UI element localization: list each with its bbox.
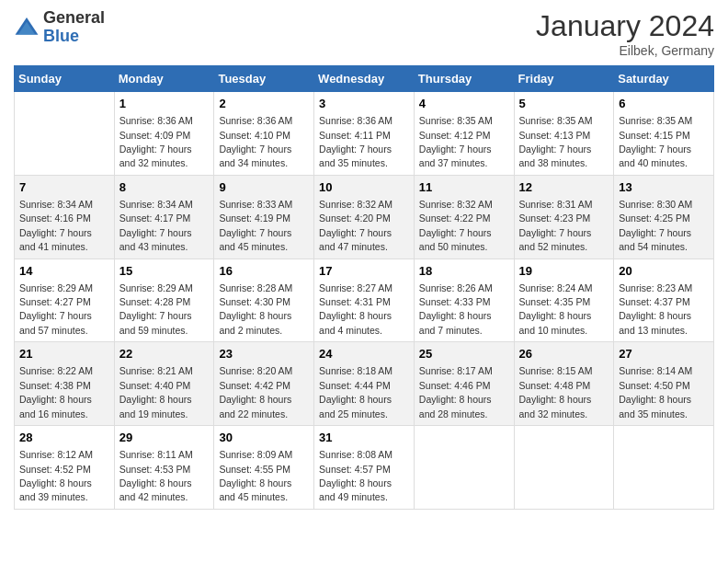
- week-row-4: 21 Sunrise: 8:22 AM Sunset: 4:38 PM Dayl…: [15, 342, 714, 426]
- day-cell: [514, 426, 614, 510]
- day-number: 16: [219, 263, 309, 280]
- sunrise: Sunrise: 8:28 AM: [219, 282, 292, 293]
- sunset: Sunset: 4:55 PM: [219, 464, 290, 475]
- sunrise: Sunrise: 8:36 AM: [219, 115, 292, 126]
- daylight: Daylight: 7 hours and 47 minutes.: [319, 227, 392, 252]
- day-cell: 25 Sunrise: 8:17 AM Sunset: 4:46 PM Dayl…: [414, 342, 514, 426]
- sunrise: Sunrise: 8:11 AM: [119, 449, 193, 460]
- day-cell: 3 Sunrise: 8:36 AM Sunset: 4:11 PM Dayli…: [314, 92, 415, 176]
- sunrise: Sunrise: 8:34 AM: [19, 199, 93, 210]
- daylight: Daylight: 8 hours and 42 minutes.: [119, 477, 192, 502]
- daylight: Daylight: 8 hours and 45 minutes.: [219, 477, 291, 502]
- sunset: Sunset: 4:23 PM: [519, 213, 591, 224]
- sunrise: Sunrise: 8:27 AM: [319, 282, 392, 293]
- sunrise: Sunrise: 8:12 AM: [19, 449, 93, 460]
- day-number: 2: [219, 96, 309, 112]
- sunrise: Sunrise: 8:32 AM: [319, 199, 392, 210]
- sunset: Sunset: 4:53 PM: [119, 464, 191, 475]
- daylight: Daylight: 7 hours and 34 minutes.: [219, 144, 291, 168]
- day-cell: 13 Sunrise: 8:30 AM Sunset: 4:25 PM Dayl…: [614, 175, 714, 259]
- day-cell: 9 Sunrise: 8:33 AM Sunset: 4:19 PM Dayli…: [214, 175, 314, 259]
- day-number: 22: [119, 346, 210, 362]
- logo-blue: Blue: [43, 27, 79, 45]
- sunrise: Sunrise: 8:23 AM: [619, 282, 692, 293]
- day-number: 6: [619, 96, 709, 112]
- day-number: 1: [119, 96, 210, 112]
- day-cell: 29 Sunrise: 8:11 AM Sunset: 4:53 PM Dayl…: [114, 426, 214, 510]
- day-cell: [614, 426, 714, 510]
- sunrise: Sunrise: 8:36 AM: [319, 115, 392, 126]
- header-cell-monday: Monday: [114, 66, 214, 92]
- day-number: 26: [519, 346, 609, 362]
- day-cell: 20 Sunrise: 8:23 AM Sunset: 4:37 PM Dayl…: [614, 259, 714, 342]
- sunrise: Sunrise: 8:08 AM: [319, 449, 392, 460]
- day-number: 4: [419, 96, 509, 112]
- daylight: Daylight: 8 hours and 4 minutes.: [319, 310, 392, 335]
- day-number: 21: [19, 346, 109, 362]
- sunset: Sunset: 4:50 PM: [619, 380, 690, 391]
- sunrise: Sunrise: 8:29 AM: [119, 282, 193, 293]
- day-number: 11: [419, 179, 509, 196]
- daylight: Daylight: 8 hours and 13 minutes.: [619, 310, 691, 335]
- header-cell-saturday: Saturday: [614, 66, 714, 92]
- sunset: Sunset: 4:28 PM: [119, 296, 191, 307]
- sunrise: Sunrise: 8:31 AM: [519, 199, 593, 210]
- week-row-5: 28 Sunrise: 8:12 AM Sunset: 4:52 PM Dayl…: [15, 426, 714, 510]
- logo-text: General Blue: [43, 9, 105, 46]
- daylight: Daylight: 8 hours and 2 minutes.: [219, 310, 291, 335]
- sunset: Sunset: 4:44 PM: [319, 380, 391, 391]
- logo-icon: [14, 15, 40, 40]
- day-cell: 31 Sunrise: 8:08 AM Sunset: 4:57 PM Dayl…: [314, 426, 415, 510]
- day-number: 5: [519, 96, 609, 112]
- day-number: 3: [319, 96, 409, 112]
- calendar-table: SundayMondayTuesdayWednesdayThursdayFrid…: [14, 65, 714, 510]
- day-cell: 14 Sunrise: 8:29 AM Sunset: 4:27 PM Dayl…: [15, 259, 115, 342]
- sunset: Sunset: 4:31 PM: [319, 296, 391, 307]
- sunset: Sunset: 4:37 PM: [619, 296, 690, 307]
- daylight: Daylight: 8 hours and 35 minutes.: [619, 394, 691, 419]
- sunset: Sunset: 4:09 PM: [119, 130, 191, 141]
- sunrise: Sunrise: 8:22 AM: [19, 365, 93, 376]
- day-number: 20: [619, 263, 709, 280]
- sunset: Sunset: 4:42 PM: [219, 380, 290, 391]
- sunrise: Sunrise: 8:14 AM: [619, 365, 692, 376]
- sunset: Sunset: 4:22 PM: [419, 213, 491, 224]
- header-cell-wednesday: Wednesday: [314, 66, 415, 92]
- daylight: Daylight: 7 hours and 38 minutes.: [519, 144, 592, 168]
- day-cell: 26 Sunrise: 8:15 AM Sunset: 4:48 PM Dayl…: [514, 342, 614, 426]
- day-number: 8: [119, 179, 210, 196]
- day-cell: 23 Sunrise: 8:20 AM Sunset: 4:42 PM Dayl…: [214, 342, 314, 426]
- sunset: Sunset: 4:40 PM: [119, 380, 191, 391]
- day-cell: 30 Sunrise: 8:09 AM Sunset: 4:55 PM Dayl…: [214, 426, 314, 510]
- sunset: Sunset: 4:16 PM: [19, 213, 91, 224]
- sunset: Sunset: 4:11 PM: [319, 130, 391, 141]
- daylight: Daylight: 7 hours and 54 minutes.: [619, 227, 691, 252]
- sunrise: Sunrise: 8:33 AM: [219, 199, 292, 210]
- daylight: Daylight: 7 hours and 41 minutes.: [19, 227, 92, 252]
- logo: General Blue: [14, 9, 105, 46]
- day-cell: 21 Sunrise: 8:22 AM Sunset: 4:38 PM Dayl…: [15, 342, 115, 426]
- day-cell: 12 Sunrise: 8:31 AM Sunset: 4:23 PM Dayl…: [514, 175, 614, 259]
- sunrise: Sunrise: 8:32 AM: [419, 199, 493, 210]
- day-number: 18: [419, 263, 509, 280]
- title-area: January 2024 Eilbek, Germany: [536, 9, 714, 58]
- day-cell: 1 Sunrise: 8:36 AM Sunset: 4:09 PM Dayli…: [114, 92, 214, 176]
- daylight: Daylight: 8 hours and 39 minutes.: [19, 477, 92, 502]
- daylight: Daylight: 8 hours and 16 minutes.: [19, 394, 92, 419]
- daylight: Daylight: 8 hours and 25 minutes.: [319, 394, 392, 419]
- daylight: Daylight: 7 hours and 50 minutes.: [419, 227, 492, 252]
- sunset: Sunset: 4:52 PM: [19, 464, 91, 475]
- day-cell: 22 Sunrise: 8:21 AM Sunset: 4:40 PM Dayl…: [114, 342, 214, 426]
- day-number: 25: [419, 346, 509, 362]
- day-cell: 16 Sunrise: 8:28 AM Sunset: 4:30 PM Dayl…: [214, 259, 314, 342]
- daylight: Daylight: 7 hours and 59 minutes.: [119, 310, 192, 335]
- sunset: Sunset: 4:17 PM: [119, 213, 191, 224]
- header-cell-thursday: Thursday: [414, 66, 514, 92]
- sunrise: Sunrise: 8:18 AM: [319, 365, 392, 376]
- day-number: 23: [219, 346, 309, 362]
- sunset: Sunset: 4:10 PM: [219, 130, 290, 141]
- daylight: Daylight: 8 hours and 49 minutes.: [319, 477, 392, 502]
- daylight: Daylight: 7 hours and 45 minutes.: [219, 227, 291, 252]
- day-cell: [414, 426, 514, 510]
- daylight: Daylight: 8 hours and 22 minutes.: [219, 394, 291, 419]
